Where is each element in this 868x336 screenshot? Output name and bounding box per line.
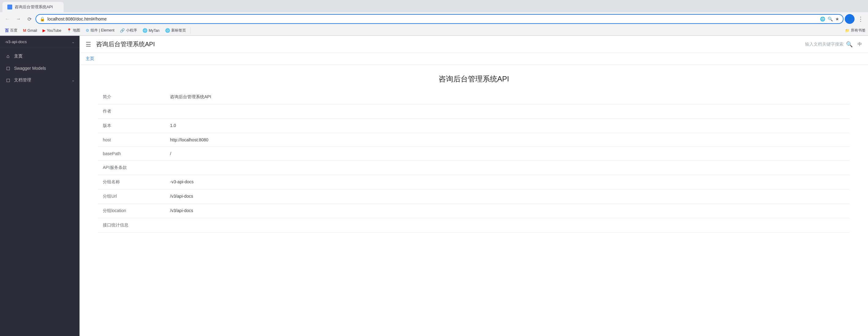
bookmark-baidu[interactable]: 百 百度 bbox=[2, 27, 20, 35]
field-value bbox=[165, 161, 850, 175]
tab-favicon bbox=[7, 5, 12, 9]
gmail-label: Gmail bbox=[28, 28, 37, 33]
sidebar-dropdown-label: -v3-api-docs bbox=[5, 39, 71, 44]
field-key: 版本 bbox=[98, 119, 165, 133]
newtab-label: 新标签页 bbox=[171, 28, 186, 33]
table-row: 分组Url/v3/api-docs bbox=[98, 189, 850, 204]
field-key: host bbox=[98, 133, 165, 147]
bookmarks-right: 📁 所有书签 bbox=[845, 28, 866, 33]
sidebar-nav: ⌂ 主页 ◻ Swagger Models ◻ 文档管理 ⌄ bbox=[0, 48, 80, 88]
field-value: /v3/api-docs bbox=[165, 204, 850, 218]
baidu-icon: 百 bbox=[5, 28, 9, 33]
bookmarks-folder-icon: 📁 bbox=[845, 28, 850, 33]
docs-icon: ◻ bbox=[5, 77, 11, 83]
home-icon: ⌂ bbox=[5, 54, 11, 59]
tab-bar: 咨询后台管理系统API bbox=[0, 0, 868, 12]
sidebar-item-docs[interactable]: ◻ 文档管理 ⌄ bbox=[0, 74, 80, 86]
table-row: 版本1.0 bbox=[98, 119, 850, 133]
field-value: / bbox=[165, 147, 850, 161]
element-icon: ⚙ bbox=[86, 28, 89, 33]
bookmarks-bar: 百 百度 M Gmail ▶ YouTube 📍 地图 ⚙ 组件 | Eleme… bbox=[0, 26, 868, 35]
docs-chevron-icon: ⌄ bbox=[71, 78, 74, 82]
app-container: -v3-api-docs ⌄ ⌂ 主页 ◻ Swagger Models ◻ 文… bbox=[0, 36, 868, 336]
info-table: 简介咨询后台管理系统API作者版本1.0hosthttp://localhost… bbox=[98, 90, 850, 233]
field-key: 分组location bbox=[98, 204, 165, 218]
swagger-icon: ◻ bbox=[5, 65, 11, 71]
security-icon: 🔒 bbox=[40, 17, 45, 22]
content-area: 咨询后台管理系统API 简介咨询后台管理系统API作者版本1.0hosthttp… bbox=[80, 65, 868, 336]
sidebar-item-home[interactable]: ⌂ 主页 bbox=[0, 51, 80, 62]
menu-button[interactable]: ⋮ bbox=[856, 14, 866, 24]
doc-title: 咨询后台管理系统API bbox=[98, 65, 850, 90]
tab-title: 咨询后台管理系统API bbox=[15, 4, 53, 10]
sidebar-item-home-label: 主页 bbox=[14, 54, 23, 59]
sidebar-header[interactable]: -v3-api-docs ⌄ bbox=[0, 36, 80, 48]
sidebar: -v3-api-docs ⌄ ⌂ 主页 ◻ Swagger Models ◻ 文… bbox=[0, 36, 80, 336]
field-value: -v3-api-docs bbox=[165, 175, 850, 189]
bookmark-maps[interactable]: 📍 地图 bbox=[64, 27, 83, 34]
field-key: 简介 bbox=[98, 90, 165, 104]
field-value: /v3/api-docs bbox=[165, 189, 850, 204]
mytan-label: MyTan bbox=[149, 28, 159, 33]
profile-button[interactable]: 👤 bbox=[845, 14, 855, 24]
search-icon[interactable]: 🔍 bbox=[846, 41, 853, 48]
sidebar-item-swagger-label: Swagger Models bbox=[14, 66, 46, 71]
field-key: 作者 bbox=[98, 104, 165, 119]
baidu-label: 百度 bbox=[10, 28, 18, 33]
field-key: 分组Url bbox=[98, 189, 165, 204]
table-row: 简介咨询后台管理系统API bbox=[98, 90, 850, 104]
gmail-icon: M bbox=[23, 28, 26, 33]
sidebar-chevron-icon: ⌄ bbox=[71, 40, 74, 44]
search-placeholder: 输入文档关键字搜索 bbox=[805, 41, 843, 47]
youtube-icon: ▶ bbox=[42, 28, 45, 33]
bookmark-gmail[interactable]: M Gmail bbox=[21, 27, 39, 34]
forward-button[interactable]: → bbox=[13, 14, 23, 24]
bookmark-element[interactable]: ⚙ 组件 | Element bbox=[83, 27, 117, 34]
sidebar-item-swagger[interactable]: ◻ Swagger Models bbox=[0, 62, 80, 74]
browser-chrome: 咨询后台管理系统API ← → ⟳ 🔒 localhost:8080/doc.h… bbox=[0, 0, 868, 36]
breadcrumb-home[interactable]: 主页 bbox=[86, 56, 94, 61]
hamburger-icon[interactable]: ☰ bbox=[86, 41, 91, 48]
nav-bar: ← → ⟳ 🔒 localhost:8080/doc.html#/home 🌐 … bbox=[0, 12, 868, 26]
main-content: ☰ 咨询后台管理系统API 输入文档关键字搜索 🔍 中 主页 咨询后台管理系统A… bbox=[80, 36, 868, 336]
maps-label: 地图 bbox=[73, 28, 80, 33]
bookmark-icon[interactable]: ★ bbox=[835, 17, 839, 22]
bookmark-newtab[interactable]: 🌐 新标签页 bbox=[163, 27, 188, 34]
all-bookmarks-label[interactable]: 所有书签 bbox=[851, 28, 866, 33]
field-key: API服务条款 bbox=[98, 161, 165, 175]
sidebar-item-docs-label: 文档管理 bbox=[14, 78, 68, 83]
translate-icon[interactable]: 🌐 bbox=[820, 17, 825, 22]
bookmark-mytan[interactable]: 🌐 MyTan bbox=[140, 27, 162, 34]
field-value: 咨询后台管理系统API bbox=[165, 90, 850, 104]
field-key: 分组名称 bbox=[98, 175, 165, 189]
field-value: http://localhost:8080 bbox=[165, 133, 850, 147]
bookmark-youtube[interactable]: ▶ YouTube bbox=[40, 27, 64, 34]
lang-switch[interactable]: 中 bbox=[858, 41, 862, 47]
field-value bbox=[165, 218, 850, 233]
table-row: 作者 bbox=[98, 104, 850, 119]
newtab-icon: 🌐 bbox=[165, 28, 170, 33]
page-title: 咨询后台管理系统API bbox=[96, 40, 800, 48]
miniapp-icon: 🔗 bbox=[120, 28, 125, 33]
active-tab[interactable]: 咨询后台管理系统API bbox=[2, 2, 64, 12]
table-row: 分组名称-v3-api-docs bbox=[98, 175, 850, 189]
address-text: localhost:8080/doc.html#/home bbox=[48, 17, 817, 22]
miniapp-label: 小程序 bbox=[126, 28, 137, 33]
field-key: basePath bbox=[98, 147, 165, 161]
search-area: 输入文档关键字搜索 🔍 中 bbox=[805, 41, 862, 48]
top-bar: ☰ 咨询后台管理系统API 输入文档关键字搜索 🔍 中 bbox=[80, 36, 868, 53]
address-icons: 🌐 🔍 ★ bbox=[820, 17, 839, 22]
table-row: basePath/ bbox=[98, 147, 850, 161]
field-value bbox=[165, 104, 850, 119]
back-button[interactable]: ← bbox=[2, 14, 12, 24]
address-bar[interactable]: 🔒 localhost:8080/doc.html#/home 🌐 🔍 ★ bbox=[35, 14, 843, 24]
mytan-icon: 🌐 bbox=[143, 28, 148, 33]
field-key: 接口统计信息 bbox=[98, 218, 165, 233]
table-row: hosthttp://localhost:8080 bbox=[98, 133, 850, 147]
search-icon[interactable]: 🔍 bbox=[828, 17, 833, 22]
maps-icon: 📍 bbox=[67, 28, 71, 33]
bookmark-miniapp[interactable]: 🔗 小程序 bbox=[118, 27, 140, 34]
element-label: 组件 | Element bbox=[91, 28, 114, 33]
reload-button[interactable]: ⟳ bbox=[25, 14, 34, 24]
table-row: API服务条款 bbox=[98, 161, 850, 175]
